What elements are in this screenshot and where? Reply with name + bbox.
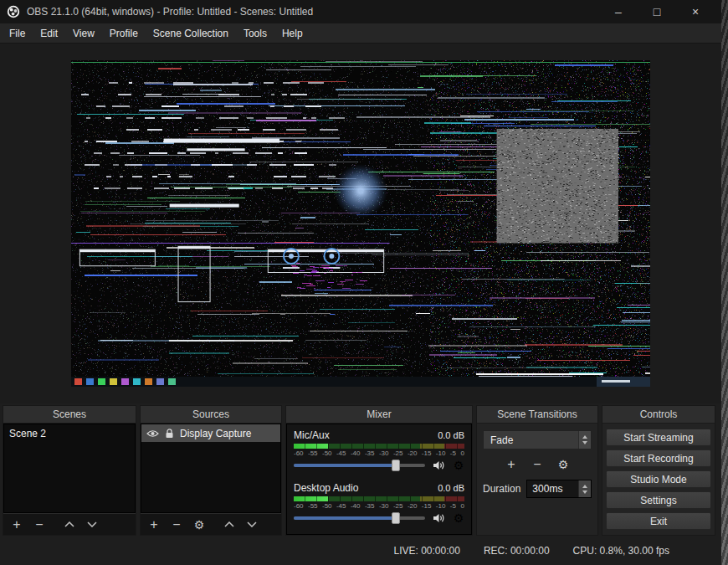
display-capture-preview[interactable] xyxy=(71,60,650,387)
db-tick-label: -45 xyxy=(336,502,346,510)
channel-settings-gear-icon[interactable]: ⚙ xyxy=(453,460,464,471)
volume-slider-handle[interactable] xyxy=(392,460,400,471)
duration-label: Duration xyxy=(483,483,520,495)
db-tick-label: -35 xyxy=(365,449,375,457)
controls-panel-header[interactable]: Controls xyxy=(602,406,715,424)
menu-view[interactable]: View xyxy=(65,24,102,43)
window-controls: – □ × xyxy=(599,1,715,23)
sources-toolbar: + − ⚙ xyxy=(141,513,281,535)
scenes-list[interactable]: Scene 2 xyxy=(3,424,136,513)
db-tick-label: -5 xyxy=(450,502,456,510)
controls-body: Start Streaming Start Recording Studio M… xyxy=(602,424,715,535)
close-button[interactable]: × xyxy=(676,1,715,23)
source-item-label: Display Capture xyxy=(180,428,251,439)
start-streaming-button[interactable]: Start Streaming xyxy=(606,429,711,446)
db-tick-label: -15 xyxy=(422,502,432,510)
preview-area xyxy=(0,44,721,403)
move-scene-up-button[interactable] xyxy=(64,521,75,527)
mixer-channel-desktop: Desktop Audio 0.0 dB -60 -55 -50 -45 -40… xyxy=(294,482,464,524)
source-item[interactable]: Display Capture xyxy=(141,424,280,442)
move-scene-down-button[interactable] xyxy=(86,521,98,527)
db-tick-label: -55 xyxy=(308,502,318,510)
add-source-button[interactable]: + xyxy=(148,518,160,532)
remove-transition-button[interactable]: − xyxy=(531,458,543,471)
db-tick-label: 0 xyxy=(460,502,464,510)
source-properties-gear-icon[interactable]: ⚙ xyxy=(193,519,205,531)
minimize-button[interactable]: – xyxy=(599,1,638,23)
transition-toolbar: + − ⚙ xyxy=(483,458,592,471)
exit-button[interactable]: Exit xyxy=(606,512,711,530)
scenes-toolbar: + − xyxy=(3,513,136,535)
settings-button[interactable]: Settings xyxy=(606,491,711,509)
transition-properties-gear-icon[interactable]: ⚙ xyxy=(557,459,569,470)
controls-panel: Controls Start Streaming Start Recording… xyxy=(602,405,715,536)
sources-panel-header[interactable]: Sources xyxy=(141,406,281,424)
scenes-panel: Scenes Scene 2 + − xyxy=(3,405,136,536)
volume-meter xyxy=(294,496,464,501)
channel-level-db: 0.0 dB xyxy=(438,483,464,493)
db-tick-label: -55 xyxy=(308,449,318,457)
menu-profile[interactable]: Profile xyxy=(102,24,146,43)
db-tick-label: -10 xyxy=(436,502,446,510)
db-tick-label: -15 xyxy=(422,449,432,457)
menu-tools[interactable]: Tools xyxy=(236,24,274,43)
speaker-mute-icon[interactable] xyxy=(433,460,445,470)
combo-arrows-icon[interactable] xyxy=(578,431,591,449)
remove-scene-button[interactable]: − xyxy=(33,518,45,532)
sources-panel: Sources Display Capture xyxy=(140,405,282,536)
volume-slider[interactable] xyxy=(294,464,425,467)
spinbox-arrows-icon[interactable] xyxy=(578,480,591,497)
scenes-panel-header[interactable]: Scenes xyxy=(3,406,136,424)
db-tick-label: -45 xyxy=(336,449,346,457)
channel-settings-gear-icon[interactable]: ⚙ xyxy=(453,512,464,524)
db-tick-label: -30 xyxy=(379,449,389,457)
statusbar: LIVE: 00:00:00 REC: 00:00:00 CPU: 0.8%, … xyxy=(0,536,721,565)
add-transition-button[interactable]: + xyxy=(505,458,517,471)
transition-select[interactable]: Fade xyxy=(483,430,592,449)
transitions-panel-header[interactable]: Scene Transitions xyxy=(477,406,597,424)
volume-slider-handle[interactable] xyxy=(392,512,400,524)
move-source-up-button[interactable] xyxy=(223,521,235,527)
cpu-status: CPU: 0.8%, 30.00 fps xyxy=(573,545,669,557)
obs-logo-icon xyxy=(7,5,20,18)
volume-meter xyxy=(294,444,464,449)
visibility-eye-icon[interactable] xyxy=(146,429,159,438)
duration-spinbox[interactable]: 300ms xyxy=(526,480,592,498)
lock-icon[interactable] xyxy=(165,429,174,439)
mixer-body: Mic/Aux 0.0 dB -60 -55 -50 -45 -40 -35 xyxy=(286,424,472,535)
speaker-mute-icon[interactable] xyxy=(433,513,445,523)
remove-source-button[interactable]: − xyxy=(171,518,182,532)
mixer-channel-mic: Mic/Aux 0.0 dB -60 -55 -50 -45 -40 -35 xyxy=(294,429,464,471)
scene-item-label: Scene 2 xyxy=(9,428,46,439)
db-tick-label: -50 xyxy=(322,449,332,457)
db-tick-label: -5 xyxy=(450,449,456,457)
channel-name: Mic/Aux xyxy=(294,429,330,441)
desktop-background: OBS 21.1.0 (64bit, windows) - Profile: U… xyxy=(0,0,728,565)
db-tick-label: -40 xyxy=(351,502,361,510)
transition-selected-value: Fade xyxy=(490,434,513,446)
scene-item[interactable]: Scene 2 xyxy=(4,424,135,442)
db-tick-label: -60 xyxy=(294,449,304,457)
menu-file[interactable]: File xyxy=(2,24,33,43)
transitions-panel: Scene Transitions Fade + − ⚙ xyxy=(476,405,598,536)
mixer-panel: Mixer Mic/Aux 0.0 dB -60 -55 xyxy=(285,405,473,536)
channel-name: Desktop Audio xyxy=(294,482,358,494)
volume-slider[interactable] xyxy=(294,516,425,520)
rec-status: REC: 00:00:00 xyxy=(484,545,550,557)
start-recording-button[interactable]: Start Recording xyxy=(606,449,711,467)
move-source-down-button[interactable] xyxy=(246,521,258,527)
sources-list[interactable]: Display Capture xyxy=(141,424,281,513)
menu-scene-collection[interactable]: Scene Collection xyxy=(146,24,236,43)
db-tick-label: -60 xyxy=(294,502,304,510)
studio-mode-button[interactable]: Studio Mode xyxy=(606,470,711,488)
db-tick-label: -20 xyxy=(408,502,418,510)
titlebar[interactable]: OBS 21.1.0 (64bit, windows) - Profile: U… xyxy=(0,0,721,23)
add-scene-button[interactable]: + xyxy=(11,518,23,532)
menu-help[interactable]: Help xyxy=(274,24,310,43)
menu-edit[interactable]: Edit xyxy=(33,24,65,43)
maximize-button[interactable]: □ xyxy=(638,1,676,23)
docks-row: Scenes Scene 2 + − xyxy=(0,403,721,536)
mixer-panel-header[interactable]: Mixer xyxy=(286,406,472,424)
db-tick-label: -35 xyxy=(365,502,375,510)
db-tick-label: -50 xyxy=(322,502,332,510)
